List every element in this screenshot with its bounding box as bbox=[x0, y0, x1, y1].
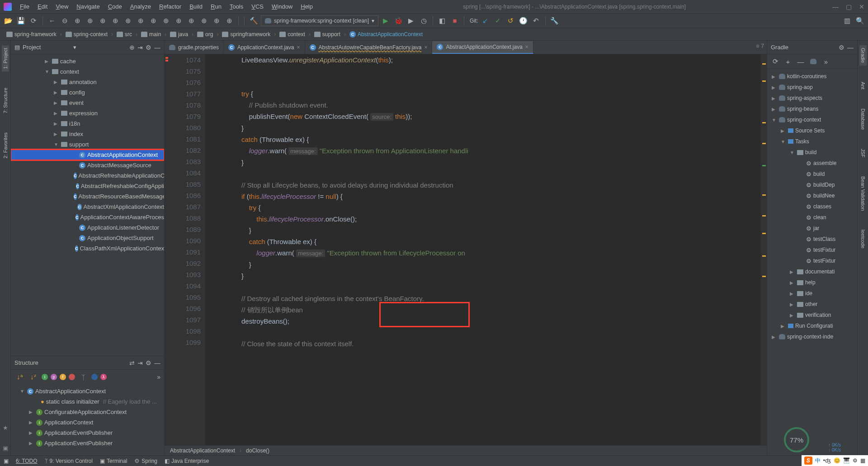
crumb-spring-context[interactable]: spring-context bbox=[63, 30, 110, 38]
menu-navigate[interactable]: Navigate bbox=[73, 1, 103, 12]
vcs-update-icon[interactable]: ↙ bbox=[480, 15, 491, 26]
tree-item-support[interactable]: ▼support bbox=[11, 139, 164, 150]
menu-edit[interactable]: Edit bbox=[34, 1, 51, 12]
collapse-icon[interactable]: ⇥ bbox=[137, 44, 143, 51]
tree-item-config[interactable]: ▶config bbox=[11, 87, 164, 98]
tree-item-i18n[interactable]: ▶i18n bbox=[11, 118, 164, 129]
close-button[interactable]: ✕ bbox=[859, 3, 864, 10]
tree-item-cache[interactable]: ▶cache bbox=[11, 56, 164, 66]
gradle-assemble[interactable]: ⚙assemble bbox=[767, 158, 857, 169]
crumb-src[interactable]: src bbox=[114, 30, 135, 38]
crumb-context[interactable]: context bbox=[277, 30, 308, 38]
gradle-spring-aop[interactable]: ▶spring-aop bbox=[767, 82, 857, 93]
tree-item-ApplicationObjectSupport[interactable]: CApplicationObjectSupport bbox=[11, 233, 164, 243]
ime-sogou-icon[interactable]: S bbox=[804, 457, 812, 465]
settings-icon[interactable]: 🔧 bbox=[549, 15, 560, 26]
tree-item-context[interactable]: ▼context bbox=[11, 66, 164, 77]
tree-item-AbstractRefreshableApplicationC[interactable]: CAbstractRefreshableApplicationC bbox=[11, 170, 164, 181]
gear-icon[interactable]: ⚙ bbox=[839, 44, 844, 51]
breadcrumb-method[interactable]: doClose() bbox=[246, 447, 269, 454]
editor-breadcrumb[interactable]: AbstractApplicationContext › doClose() bbox=[165, 445, 767, 455]
gradle-spring-context[interactable]: ▼spring-context bbox=[767, 114, 857, 125]
project-panel-title[interactable]: Project bbox=[23, 44, 71, 51]
gradle-kotlin-coroutines[interactable]: ▶kotlin-coroutines bbox=[767, 71, 857, 82]
gradle-build[interactable]: ⚙build bbox=[767, 169, 857, 179]
struct-ApplicationEventPublisher[interactable]: ▶IApplicationEventPublisher bbox=[11, 428, 164, 438]
tree-item-AbstractMessageSource[interactable]: CAbstractMessageSource bbox=[11, 160, 164, 170]
hide-icon[interactable]: — bbox=[847, 44, 854, 51]
close-tab-icon[interactable]: × bbox=[297, 44, 300, 51]
ime-lang[interactable]: 中 bbox=[815, 457, 821, 465]
tool-favorites[interactable]: 2: Favorites bbox=[2, 130, 9, 161]
gradle-verification[interactable]: ▶verification bbox=[767, 310, 857, 320]
status-window-icon[interactable]: ▣ bbox=[4, 458, 9, 464]
struct-ConfigurableApplicationContext[interactable]: ▶IConfigurableApplicationContext bbox=[11, 407, 164, 417]
structure-tree[interactable]: ▼CAbstractApplicationContext●static clas… bbox=[11, 384, 164, 455]
tool-leetcode[interactable]: leetcode bbox=[859, 227, 867, 251]
hide-icon[interactable]: — bbox=[154, 359, 160, 367]
minimize-button[interactable]: — bbox=[832, 3, 839, 10]
gradle-jar[interactable]: ⚙jar bbox=[767, 223, 857, 234]
tool-ant[interactable]: Ant bbox=[859, 79, 867, 92]
tree-item-annotation[interactable]: ▶annotation bbox=[11, 77, 164, 87]
gradle-Tasks[interactable]: ▼Tasks bbox=[767, 136, 857, 147]
gradle-testFixtur[interactable]: ⚙testFixtur bbox=[767, 245, 857, 255]
editor-tab-gradle.properties[interactable]: gradle.properties bbox=[165, 41, 224, 54]
crumb-java[interactable]: java bbox=[167, 30, 191, 38]
maximize-button[interactable]: ▢ bbox=[846, 3, 852, 10]
project-tree[interactable]: ▶cache▼context▶annotation▶config▶event▶e… bbox=[11, 54, 164, 356]
editor-tab-AbstractAutowireCapableBeanFactory.java[interactable]: CAbstractAutowireCapableBeanFactory.java… bbox=[305, 41, 433, 54]
tool-structure[interactable]: 7: Structure bbox=[2, 85, 9, 116]
star-icon[interactable]: ★ bbox=[3, 424, 8, 431]
chevron-down-icon[interactable]: ▾ bbox=[73, 44, 76, 51]
tool-gradle[interactable]: Gradle bbox=[859, 45, 867, 66]
gradle-spring-context-inde[interactable]: ▶spring-context-inde bbox=[767, 331, 857, 342]
gradle-spring-beans[interactable]: ▶spring-beans bbox=[767, 104, 857, 114]
gradle-help[interactable]: ▶help bbox=[767, 277, 857, 288]
editor-gutter[interactable]: 1074107510761077107810791080108110821083… bbox=[165, 54, 205, 445]
gradle-spring-aspects[interactable]: ▶spring-aspects bbox=[767, 93, 857, 104]
crumb-org[interactable]: org bbox=[194, 30, 216, 38]
reload-icon[interactable]: ⟳ bbox=[28, 15, 39, 26]
run-config-selector[interactable]: spring-framework:spring-context [clean] … bbox=[261, 15, 378, 26]
gradle-ide[interactable]: ▶ide bbox=[767, 288, 857, 299]
menu-tools[interactable]: Tools bbox=[226, 1, 247, 12]
stop-icon[interactable]: ■ bbox=[449, 15, 460, 26]
remove-icon[interactable]: — bbox=[795, 56, 806, 67]
struct-static class initializer[interactable]: ●static class initializer// Eagerly load… bbox=[11, 396, 164, 407]
gradle-Run Configurati[interactable]: ▶Run Configurati bbox=[767, 320, 857, 331]
tree-item-AbstractXmlApplicationContext[interactable]: CAbstractXmlApplicationContext bbox=[11, 202, 164, 212]
menu-view[interactable]: View bbox=[52, 1, 72, 12]
gradle-buildDep[interactable]: ⚙buildDep bbox=[767, 179, 857, 190]
search-everywhere-icon[interactable]: 🔍 bbox=[854, 15, 865, 26]
debug-icon[interactable]: 🐞 bbox=[393, 15, 404, 26]
menu-analyze[interactable]: Analyze bbox=[127, 1, 155, 12]
perf-indicator[interactable]: 77% bbox=[784, 427, 809, 452]
menu-vcs[interactable]: VCS bbox=[248, 1, 267, 12]
editor-code[interactable]: LiveBeansView.unregisterApplicationConte… bbox=[205, 54, 760, 445]
vcs-rollback-icon[interactable]: ↶ bbox=[531, 15, 542, 26]
coverage-icon[interactable]: ▶ bbox=[406, 15, 416, 26]
gear-icon[interactable]: ⚙ bbox=[146, 359, 151, 367]
tool-bean-validation[interactable]: Bean Validation bbox=[859, 174, 867, 213]
gradle-testFixtur[interactable]: ⚙testFixtur bbox=[767, 255, 857, 266]
tree-item-AbstractApplicationContext[interactable]: CAbstractApplicationContext bbox=[11, 150, 164, 160]
zoom-out-icon[interactable]: ⊖ bbox=[59, 15, 70, 26]
menu-window[interactable]: Window bbox=[268, 1, 296, 12]
gear-icon[interactable]: ⚙ bbox=[146, 44, 151, 51]
refresh-icon[interactable]: ⟳ bbox=[770, 56, 781, 67]
save-all-icon[interactable]: 💾 bbox=[15, 15, 26, 26]
build-variant-icon[interactable]: ▣ bbox=[3, 445, 8, 452]
tree-item-expression[interactable]: ▶expression bbox=[11, 108, 164, 118]
crumb-main[interactable]: main bbox=[138, 30, 164, 38]
gradle-clean[interactable]: ⚙clean bbox=[767, 212, 857, 223]
menu-help[interactable]: Help bbox=[297, 1, 316, 12]
tree-item-ApplicationListenerDetector[interactable]: CApplicationListenerDetector bbox=[11, 222, 164, 233]
breadcrumb-class[interactable]: AbstractApplicationContext bbox=[170, 447, 235, 454]
crumb-support[interactable]: support bbox=[311, 30, 343, 38]
tree-item-AbstractResourceBasedMessage[interactable]: CAbstractResourceBasedMessage bbox=[11, 191, 164, 202]
gradle-Source Sets[interactable]: ▶Source Sets bbox=[767, 125, 857, 136]
tool-jsf[interactable]: JSF bbox=[859, 146, 867, 160]
tree-item-ApplicationContextAwareProces[interactable]: CApplicationContextAwareProces bbox=[11, 212, 164, 222]
menu-refactor[interactable]: Refactor bbox=[156, 1, 185, 12]
